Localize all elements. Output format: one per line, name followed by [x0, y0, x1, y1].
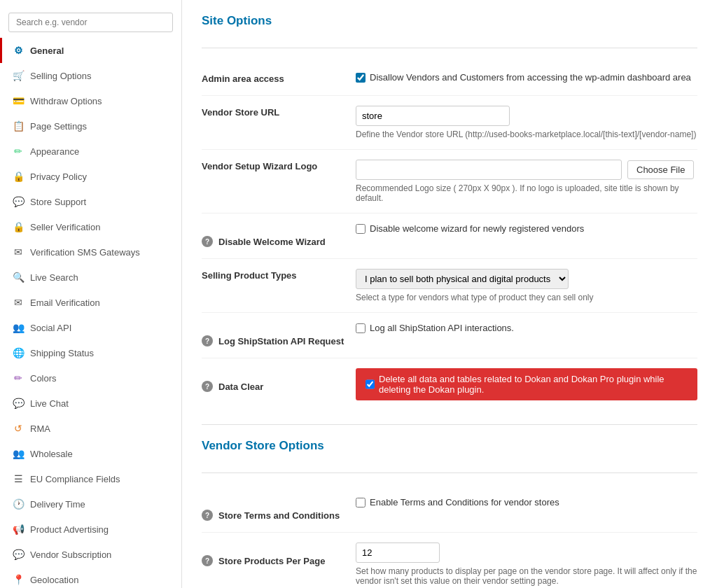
vendor-store-options-title: Vendor Store Options	[202, 439, 697, 458]
sidebar-label-eu-compliance: EU Compliance Fields	[30, 474, 172, 484]
data-clear-th: ? Data Clear	[202, 370, 349, 392]
vendor-logo-input[interactable]	[356, 160, 622, 180]
sidebar-label-page-settings: Page Settings	[30, 121, 172, 132]
disable-welcome-wizard-th: ? Disable Welcome Wizard	[202, 225, 349, 247]
vendor-logo-row: Vendor Setup Wizard Logo Choose File Rec…	[202, 150, 697, 214]
sidebar-label-seller-verification: Seller Verification	[30, 222, 172, 232]
admin-area-access-row: Admin area access Disallow Vendors and C…	[202, 62, 697, 96]
store-products-per-page-input[interactable]	[356, 542, 440, 563]
sidebar-label-rma: RMA	[30, 424, 172, 434]
sidebar-item-appearance[interactable]: ✏Appearance	[0, 139, 181, 164]
sidebar-item-general[interactable]: ⚙General	[0, 38, 181, 63]
vendor-store-url-input[interactable]	[356, 106, 510, 126]
sidebar-icon-shipping-status: 🌐	[12, 346, 25, 359]
store-terms-row: ? Store Terms and Conditions Enable Term…	[202, 487, 697, 533]
store-products-per-page-field: Set how many products to display per pag…	[356, 533, 697, 589]
data-clear-help-icon[interactable]: ?	[202, 381, 213, 392]
sidebar-label-privacy-policy: Privacy Policy	[30, 172, 172, 182]
sidebar-label-wholesale: Wholesale	[30, 449, 172, 459]
sidebar-item-shipping-status[interactable]: 🌐Shipping Status	[0, 340, 181, 365]
data-clear-error-box: Delete all data and tables related to Do…	[356, 368, 697, 400]
sidebar-item-selling-options[interactable]: 🛒Selling Options	[0, 63, 181, 88]
sidebar-icon-geolocation: 📍	[12, 573, 25, 586]
sidebar-item-withdraw-options[interactable]: 💳Withdraw Options	[0, 88, 181, 113]
sidebar-item-rma[interactable]: ↺RMA	[0, 416, 181, 441]
disable-welcome-wizard-help-icon[interactable]: ?	[202, 236, 213, 247]
sidebar-item-social-api[interactable]: 👥Social API	[0, 315, 181, 340]
sidebar-item-live-chat[interactable]: 💬Live Chat	[0, 391, 181, 416]
sidebar-item-colors[interactable]: ✏Colors	[0, 365, 181, 391]
data-clear-error-message: Delete all data and tables related to Do…	[379, 374, 688, 395]
sidebar-item-store-support[interactable]: 💬Store Support	[0, 189, 181, 214]
disable-welcome-wizard-row: ? Disable Welcome Wizard Disable welcome…	[202, 214, 697, 259]
vendor-store-url-field: Define the Vendor store URL (http://used…	[356, 96, 697, 150]
log-shipstation-help-icon[interactable]: ?	[202, 335, 213, 346]
admin-area-access-checkbox-label: Disallow Vendors and Customers from acce…	[370, 72, 691, 83]
data-clear-error-message-box: Delete all data and tables related to Do…	[356, 368, 697, 400]
disable-welcome-wizard-checkbox[interactable]	[356, 224, 366, 234]
sidebar-icon-product-advertising: 📢	[12, 523, 25, 536]
sidebar-item-product-advertising[interactable]: 📢Product Advertising	[0, 517, 181, 542]
log-shipstation-checkbox-label: Log all ShipStation API interactions.	[370, 323, 514, 333]
store-terms-label: ? Store Terms and Conditions	[202, 487, 356, 533]
sidebar-icon-rma: ↺	[12, 422, 25, 435]
sidebar-label-geolocation: Geolocation	[30, 575, 172, 585]
data-clear-field: Delete all data and tables related to Do…	[356, 358, 697, 411]
admin-area-access-checkbox[interactable]	[356, 73, 366, 83]
sidebar-item-email-verification[interactable]: ✉Email Verification	[0, 290, 181, 315]
log-shipstation-row: ? Log ShipStation API Request Log all Sh…	[202, 313, 697, 358]
sidebar-label-social-api: Social API	[30, 323, 172, 333]
sidebar-label-withdraw-options: Withdraw Options	[30, 96, 172, 106]
vendor-store-url-label: Vendor Store URL	[202, 96, 356, 150]
store-terms-th: ? Store Terms and Conditions	[202, 498, 349, 521]
sidebar-item-geolocation[interactable]: 📍Geolocation	[0, 567, 181, 588]
sidebar-icon-wholesale: 👥	[12, 447, 25, 460]
sidebar-item-page-settings[interactable]: 📋Page Settings	[0, 113, 181, 139]
store-products-per-page-label: ? Store Products Per Page	[202, 533, 356, 589]
sidebar-item-vendor-subscription[interactable]: 💬Vendor Subscription	[0, 542, 181, 567]
sidebar-item-privacy-policy[interactable]: 🔒Privacy Policy	[0, 164, 181, 189]
selling-product-types-select[interactable]: I plan to sell both physical and digital…	[356, 269, 569, 289]
choose-file-button[interactable]: Choose File	[627, 160, 694, 179]
search-input[interactable]	[8, 13, 173, 32]
sidebar-label-delivery-time: Delivery Time	[30, 499, 172, 510]
disable-welcome-wizard-checkbox-row: Disable welcome wizard for newly registe…	[356, 223, 697, 234]
store-products-per-page-help-icon[interactable]: ?	[202, 555, 213, 566]
sidebar-icon-store-support: 💬	[12, 195, 25, 208]
vendor-logo-label: Vendor Setup Wizard Logo	[202, 150, 356, 214]
data-clear-row: ? Data Clear Delete all data and tables …	[202, 358, 697, 411]
logo-input-row: Choose File	[356, 160, 697, 180]
site-options-title: Site Options	[202, 14, 697, 34]
sidebar-item-eu-compliance[interactable]: ☰EU Compliance Fields	[0, 466, 181, 491]
store-terms-help-icon[interactable]: ?	[202, 510, 213, 521]
sidebar-label-appearance: Appearance	[30, 146, 172, 157]
store-products-per-page-help: Set how many products to display per pag…	[356, 566, 697, 586]
sidebar-item-wholesale[interactable]: 👥Wholesale	[0, 441, 181, 466]
store-terms-field: Enable Terms and Conditions for vendor s…	[356, 487, 697, 533]
selling-product-types-field: I plan to sell both physical and digital…	[356, 259, 697, 313]
store-terms-checkbox[interactable]	[356, 498, 366, 507]
data-clear-checkbox[interactable]	[366, 379, 375, 389]
sidebar-item-verification-sms[interactable]: ✉Verification SMS Gateways	[0, 239, 181, 265]
main-content: Site Options Admin area access Disallow …	[182, 0, 717, 588]
sidebar-icon-withdraw-options: 💳	[12, 94, 25, 107]
divider-2	[202, 424, 697, 425]
vendor-logo-field: Choose File Recommended Logo size ( 270p…	[356, 150, 697, 214]
log-shipstation-checkbox[interactable]	[356, 323, 366, 333]
selling-product-types-row: Selling Product Types I plan to sell bot…	[202, 259, 697, 313]
admin-area-access-checkbox-row: Disallow Vendors and Customers from acce…	[356, 72, 697, 83]
sidebar-label-vendor-subscription: Vendor Subscription	[30, 550, 172, 560]
sidebar-item-seller-verification[interactable]: 🔒Seller Verification	[0, 214, 181, 239]
sidebar-icon-delivery-time: 🕐	[12, 498, 25, 510]
sidebar-label-store-support: Store Support	[30, 197, 172, 207]
vendor-store-options-table: ? Store Terms and Conditions Enable Term…	[202, 487, 697, 588]
sidebar-label-verification-sms: Verification SMS Gateways	[30, 247, 172, 258]
selling-product-types-help: Select a type for vendors what type of p…	[356, 293, 697, 302]
store-terms-checkbox-label: Enable Terms and Conditions for vendor s…	[370, 497, 559, 507]
sidebar-item-live-search[interactable]: 🔍Live Search	[0, 265, 181, 290]
vendor-store-url-row: Vendor Store URL Define the Vendor store…	[202, 96, 697, 150]
vendor-logo-help: Recommended Logo size ( 270px X 90px ). …	[356, 183, 697, 203]
sidebar-item-delivery-time[interactable]: 🕐Delivery Time	[0, 491, 181, 517]
sidebar-icon-live-search: 🔍	[12, 271, 25, 284]
sidebar-label-general: General	[30, 46, 172, 56]
